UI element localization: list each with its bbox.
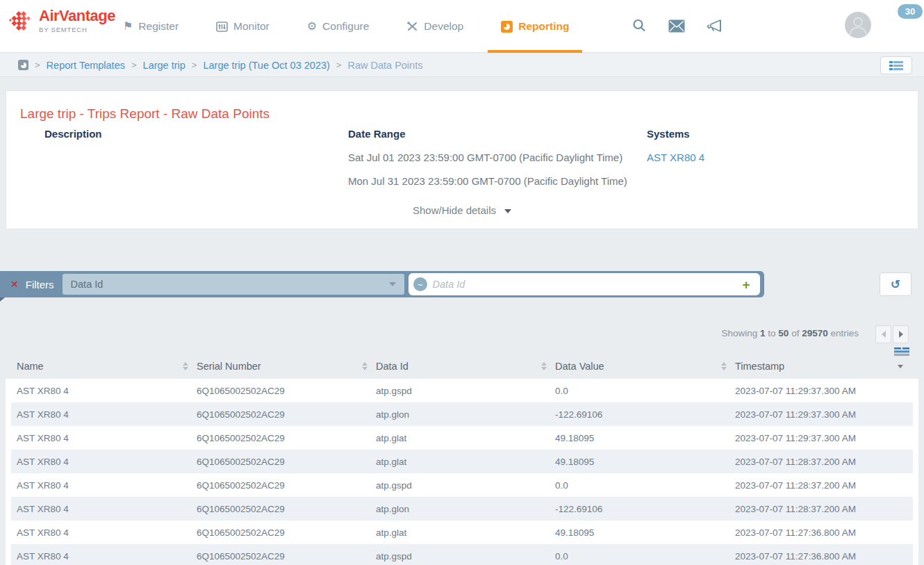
system-link[interactable]: AST XR80 4 [647, 152, 704, 163]
cell-data-value: 0.0 [555, 386, 735, 396]
breadcrumb-current: Raw Data Points [347, 60, 422, 71]
cell-serial: 6Q1065002502AC29 [197, 386, 376, 396]
pagination [875, 325, 909, 343]
avatar[interactable] [845, 12, 871, 38]
filter-field-select[interactable]: Data Id [63, 274, 404, 295]
table-row[interactable]: AST XR80 4 6Q1065002502AC29 atp.gspd 0.0… [11, 544, 913, 565]
systems-label: Systems [647, 128, 704, 140]
nav-item-monitor[interactable]: Monitor [197, 0, 288, 53]
nav-item-develop[interactable]: Develop [388, 0, 482, 53]
report-clock-icon [501, 21, 513, 33]
date-from: Sat Jul 01 2023 23:59:00 GMT-0700 (Pacif… [348, 152, 627, 163]
breadcrumb-large-trip[interactable]: Large trip [143, 60, 185, 71]
sort-icon[interactable] [362, 362, 368, 370]
breadcrumb-large-trip-date[interactable]: Large trip (Tue Oct 03 2023) [203, 60, 329, 71]
column-header-name[interactable]: Name [17, 361, 197, 372]
table-row[interactable]: AST XR80 4 6Q1065002502AC29 atp.glat 49.… [11, 521, 913, 544]
cell-timestamp: 2023-07-07 11:27:36.800 AM [735, 527, 913, 538]
flag-icon: ⚑ [123, 21, 133, 32]
nav-utility-icons [629, 15, 725, 36]
menu-burger-icon[interactable]: 30 [882, 10, 913, 40]
column-label: Timestamp [735, 361, 784, 372]
cell-timestamp: 2023-07-07 11:28:37.200 AM [735, 480, 913, 491]
nav-label: Develop [424, 20, 463, 33]
breadcrumb-separator: > [131, 60, 137, 70]
brand-logo[interactable]: AirVantage BY SEMTECH [8, 8, 115, 33]
table-row[interactable]: AST XR80 4 6Q1065002502AC29 atp.glat 49.… [11, 450, 913, 473]
cell-timestamp: 2023-07-07 11:28:37.200 AM [735, 504, 913, 514]
nav-label: Register [138, 20, 179, 33]
sort-icon[interactable] [721, 362, 727, 370]
cell-name: AST XR80 4 [17, 527, 197, 538]
table-row[interactable]: AST XR80 4 6Q1065002502AC29 atp.glon -12… [11, 497, 913, 521]
cell-data-id: atp.gspd [376, 386, 555, 396]
sort-icon[interactable] [898, 365, 903, 368]
column-header-data-value[interactable]: Data Value [555, 361, 735, 372]
show-hide-details-toggle[interactable]: Show/Hide details [6, 204, 918, 216]
cell-data-value: -122.69106 [555, 409, 735, 420]
nav-label: Reporting [518, 20, 569, 33]
chevron-left-icon [882, 331, 886, 338]
reset-filters-button[interactable]: ↺ [880, 272, 911, 296]
cell-name: AST XR80 4 [17, 551, 197, 562]
column-header-serial-number[interactable]: Serial Number [197, 361, 376, 372]
page-title: Large trip - Trips Report - Raw Data Poi… [20, 106, 270, 122]
cell-serial: 6Q1065002502AC29 [197, 527, 376, 538]
megaphone-icon[interactable] [704, 15, 725, 36]
cell-data-id: atp.glon [376, 504, 555, 514]
next-page-button[interactable] [893, 325, 909, 343]
filters-bar: ✕ Filters Data Id ~ + [0, 271, 764, 297]
date-to: Mon Jul 31 2023 23:59:00 GMT-0700 (Pacif… [348, 175, 627, 187]
nav-item-reporting[interactable]: Reporting [482, 0, 588, 53]
report-header-panel: Large trip - Trips Report - Raw Data Poi… [6, 90, 918, 229]
gear-icon: ⚙ [307, 21, 317, 32]
cell-data-value: 0.0 [555, 551, 735, 562]
cell-timestamp: 2023-07-07 11:27:36.800 AM [735, 551, 913, 562]
clear-filters-icon[interactable]: ✕ [10, 279, 19, 290]
tools-icon [406, 21, 418, 32]
table-body: AST XR80 4 6Q1065002502AC29 atp.gspd 0.0… [6, 379, 918, 565]
table-row[interactable]: AST XR80 4 6Q1065002502AC29 atp.gspd 0.0… [11, 379, 913, 402]
cell-data-value: 49.18095 [555, 433, 735, 443]
description-label: Description [44, 128, 102, 140]
table-row[interactable]: AST XR80 4 6Q1065002502AC29 atp.glat 49.… [11, 426, 913, 450]
table-row[interactable]: AST XR80 4 6Q1065002502AC29 atp.glon -12… [11, 402, 913, 426]
add-filter-button[interactable]: + [742, 278, 750, 291]
show-hide-details-label: Show/Hide details [413, 204, 496, 216]
nav-item-configure[interactable]: ⚙ Configure [288, 0, 388, 53]
main-nav: ⚑ Register Monitor ⚙ Configure [104, 0, 588, 53]
reset-icon: ↺ [891, 277, 900, 292]
sort-icon[interactable] [183, 362, 188, 370]
column-header-timestamp[interactable]: Timestamp [735, 361, 911, 372]
breadcrumb-report-templates[interactable]: Report Templates [47, 60, 125, 71]
sort-icon[interactable] [541, 362, 547, 370]
monitor-icon [216, 22, 228, 32]
breadcrumb-home-icon[interactable] [18, 60, 28, 70]
cell-data-value: 0.0 [555, 480, 735, 491]
prev-page-button[interactable] [875, 325, 891, 343]
filter-value-input[interactable] [433, 279, 733, 290]
cell-timestamp: 2023-07-07 11:29:37.300 AM [735, 409, 913, 420]
nav-label: Monitor [233, 20, 270, 33]
notification-badge[interactable]: 30 [898, 4, 923, 19]
mail-icon[interactable] [666, 15, 687, 36]
cell-serial: 6Q1065002502AC29 [197, 504, 376, 514]
profile-area: 30 [845, 10, 913, 40]
filters-label: Filters [26, 279, 54, 290]
table-header: Name Serial Number Data Id Data Value Ti… [6, 354, 918, 379]
showing-entries-text: Showing 1 to 50 of 29570 entries [721, 328, 859, 338]
cell-data-value: 49.18095 [555, 527, 735, 538]
cell-data-id: atp.glat [376, 457, 555, 467]
cell-name: AST XR80 4 [17, 386, 197, 396]
chevron-right-icon [899, 331, 903, 338]
date-range-label: Date Range [348, 128, 627, 140]
table-row[interactable]: AST XR80 4 6Q1065002502AC29 atp.gspd 0.0… [11, 473, 913, 497]
column-header-data-id[interactable]: Data Id [376, 361, 555, 372]
nav-item-register[interactable]: ⚑ Register [104, 0, 197, 53]
cell-serial: 6Q1065002502AC29 [197, 551, 376, 562]
list-view-button[interactable] [880, 56, 912, 74]
search-icon[interactable] [629, 15, 650, 36]
column-label: Data Id [376, 361, 409, 372]
cell-timestamp: 2023-07-07 11:28:37.200 AM [735, 457, 913, 467]
filter-operator-icon[interactable]: ~ [413, 277, 427, 291]
